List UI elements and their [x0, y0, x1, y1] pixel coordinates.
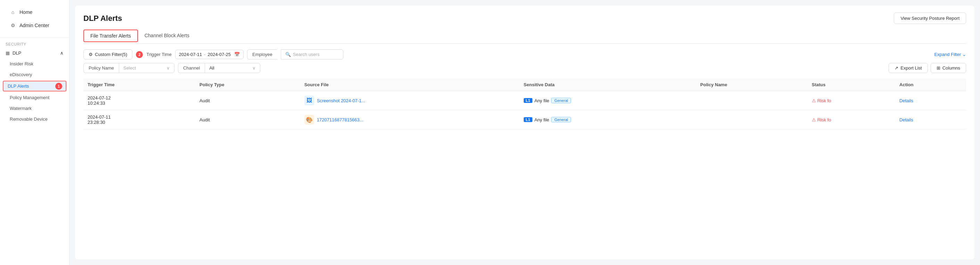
table-body: 2024-07-12 10:24:33 Audit 🖼 Screenshot 2…	[83, 91, 966, 129]
trigger-time-line1-2: 2024-07-11	[88, 115, 191, 120]
sidebar-top: ⌂ Home ⚙ Admin Center	[0, 0, 69, 38]
select-placeholder: Select	[123, 65, 136, 70]
columns-btn-label: Columns	[942, 65, 960, 70]
columns-button[interactable]: ⊞ Columns	[931, 63, 966, 73]
main-content: DLP Alerts View Security Posture Report …	[70, 0, 980, 265]
trigger-time-cell-2: 2024-07-11 23:28:30	[83, 110, 195, 129]
policy-name-label: Policy Name	[83, 63, 119, 73]
status-content-1: ⚠ Risk fo	[812, 98, 891, 103]
content-area: DLP Alerts View Security Posture Report …	[75, 6, 974, 259]
date-from: 2024-07-11	[179, 52, 202, 57]
source-file-link-2[interactable]: 🎨 17207116877815663...	[304, 115, 515, 125]
export-list-button[interactable]: ↗ Export List	[889, 63, 928, 73]
sidebar-item-dlp-alerts[interactable]: DLP Alerts 1	[3, 81, 66, 91]
source-file-name-1: Screenshot 2024-07-1...	[317, 98, 365, 103]
security-section-label: Security	[0, 38, 69, 48]
employee-label: Employee	[247, 49, 277, 59]
details-link-1[interactable]: Details	[899, 98, 913, 103]
view-security-posture-report-button[interactable]: View Security Posture Report	[894, 13, 966, 24]
home-icon: ⌂	[10, 9, 16, 15]
source-file-name-2: 17207116877815663...	[317, 117, 363, 123]
sidebar: ⌂ Home ⚙ Admin Center Security ▦ DLP ∧ I…	[0, 0, 70, 265]
gear-icon: ⚙	[89, 52, 93, 57]
sidebar-item-policy-management[interactable]: Policy Management	[0, 92, 69, 103]
sensitive-data-content-1: L1 Any file General	[524, 98, 692, 103]
general-badge-2: General	[551, 117, 571, 123]
sidebar-dlp-section[interactable]: ▦ DLP ∧	[0, 48, 69, 58]
dlp-text: DLP	[13, 50, 21, 56]
search-users-input[interactable]: 🔍 Search users	[281, 49, 344, 59]
trigger-time-cell-1: 2024-07-12 10:24:33	[83, 91, 195, 110]
chevron-up-icon: ∧	[60, 50, 64, 56]
policy-name-cell-2	[696, 110, 808, 129]
tabs-bar: File Transfer Alerts Channel Block Alert…	[83, 30, 966, 44]
col-sensitive-data: Sensitive Data	[520, 78, 696, 91]
admin-icon: ⚙	[10, 22, 16, 29]
col-status: Status	[808, 78, 895, 91]
expand-filter-button[interactable]: Expand Filter ⌄	[934, 52, 966, 57]
trigger-time-line2-2: 23:28:30	[88, 120, 191, 125]
policy-type-cell-2: Audit	[195, 110, 300, 129]
policy-name-filter: Policy Name Select ∨	[83, 63, 175, 73]
date-range-picker[interactable]: 2024-07-11 - 2024-07-25 📅	[175, 50, 243, 59]
policy-name-cell-1	[696, 91, 808, 110]
alerts-table: Trigger Time Policy Type Source File Sen…	[83, 78, 966, 129]
custom-filter-label: Custom Filter(5)	[95, 52, 127, 57]
warning-icon-2: ⚠	[812, 117, 816, 123]
warning-icon-1: ⚠	[812, 98, 816, 103]
any-file-2: Any file	[535, 117, 549, 123]
col-trigger-time: Trigger Time	[83, 78, 195, 91]
page-header: DLP Alerts View Security Posture Report	[83, 13, 966, 24]
trigger-time-label: Trigger Time	[146, 52, 171, 57]
dlp-label-group: ▦ DLP	[6, 50, 21, 56]
sidebar-item-insider-risk[interactable]: Insider Risk	[0, 58, 69, 69]
details-link-2[interactable]: Details	[899, 117, 913, 123]
sidebar-item-home[interactable]: ⌂ Home	[4, 6, 65, 19]
export-icon: ↗	[894, 65, 898, 70]
table-row: 2024-07-11 23:28:30 Audit 🎨 172071168778…	[83, 110, 966, 129]
custom-filter-button[interactable]: ⚙ Custom Filter(5)	[83, 49, 132, 59]
filter-badge-2: 2	[136, 51, 143, 58]
tab-file-transfer-alerts[interactable]: File Transfer Alerts	[83, 30, 138, 42]
sidebar-item-removable-device[interactable]: Removable Device	[0, 114, 69, 125]
policy-type-cell-1: Audit	[195, 91, 300, 110]
sidebar-item-ediscovery[interactable]: eDiscovery	[0, 69, 69, 80]
status-content-2: ⚠ Risk fo	[812, 117, 891, 123]
filter-row-1: ⚙ Custom Filter(5) 2 Trigger Time 2024-0…	[83, 49, 966, 59]
l1-badge-1: L1	[524, 98, 532, 103]
alerts-table-wrapper: Trigger Time Policy Type Source File Sen…	[83, 78, 966, 252]
channel-filter: Channel All ∨	[178, 63, 260, 73]
home-label: Home	[19, 10, 32, 15]
date-to: 2024-07-25	[208, 52, 231, 57]
channel-value: All	[209, 65, 214, 70]
file-icon-2: 🎨	[304, 115, 314, 125]
trigger-time-line1-1: 2024-07-12	[88, 95, 191, 101]
policy-name-select[interactable]: Select ∨	[119, 63, 175, 73]
date-separator: -	[204, 52, 205, 57]
badge-1: 1	[55, 83, 62, 90]
status-cell-1: ⚠ Risk fo	[808, 91, 895, 110]
general-badge-1: General	[551, 98, 571, 103]
search-placeholder-text: Search users	[293, 52, 320, 57]
bar-chart-icon: ▦	[6, 50, 10, 56]
col-policy-type: Policy Type	[195, 78, 300, 91]
trigger-time-line2-1: 10:24:33	[88, 101, 191, 106]
table-row: 2024-07-12 10:24:33 Audit 🖼 Screenshot 2…	[83, 91, 966, 110]
channel-select[interactable]: All ∨	[205, 63, 260, 73]
dlp-alerts-label: DLP Alerts	[8, 83, 29, 89]
sensitive-data-content-2: L1 Any file General	[524, 117, 692, 123]
admin-center-label: Admin Center	[19, 22, 49, 28]
source-file-cell-2: 🎨 17207116877815663...	[300, 110, 520, 129]
search-icon: 🔍	[285, 52, 291, 57]
sidebar-item-watermark[interactable]: Watermark	[0, 103, 69, 114]
sidebar-item-admin-center[interactable]: ⚙ Admin Center	[4, 19, 65, 32]
col-action: Action	[895, 78, 966, 91]
chevron-down-icon-policy: ∨	[167, 65, 170, 70]
tab-channel-block-alerts[interactable]: Channel Block Alerts	[138, 30, 196, 44]
source-file-cell-1: 🖼 Screenshot 2024-07-1...	[300, 91, 520, 110]
source-file-link-1[interactable]: 🖼 Screenshot 2024-07-1...	[304, 96, 515, 105]
export-btn-label: Export List	[900, 65, 922, 70]
col-policy-name: Policy Name	[696, 78, 808, 91]
chevron-down-icon-channel: ∨	[252, 65, 256, 70]
status-text-2: Risk fo	[817, 117, 831, 123]
